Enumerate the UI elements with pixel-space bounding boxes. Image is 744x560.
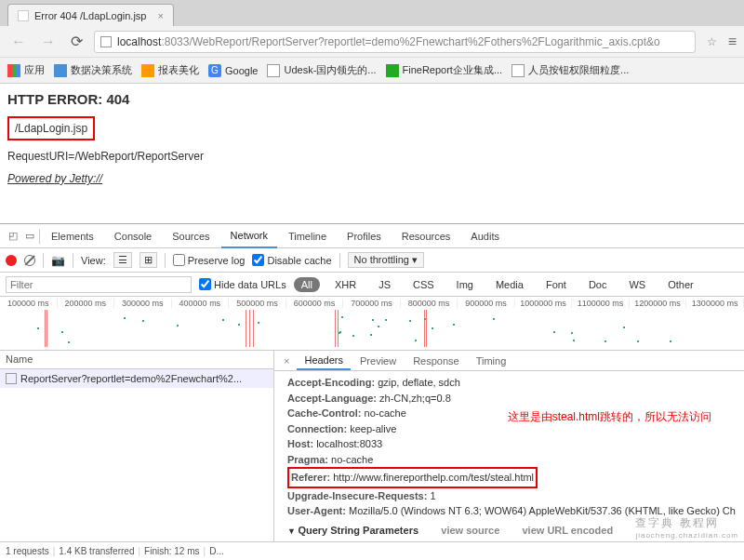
network-toolbar: 📷 View: ☰ ⊞ Preserve log Disable cache N… (0, 248, 744, 273)
status-finish: Finish: 12 ms (144, 546, 199, 556)
query-params-section[interactable]: Query String Parameters view source view… (287, 523, 731, 539)
filter-css[interactable]: CSS (405, 277, 442, 292)
request-uri-line: RequestURI=/WebReport/ReportServer (7, 150, 737, 163)
new-tab-button[interactable] (174, 19, 189, 26)
preserve-log-checkbox[interactable]: Preserve log (173, 254, 246, 266)
view-large-button[interactable]: ⊞ (140, 252, 157, 268)
view-list-button[interactable]: ☰ (113, 252, 132, 268)
filter-doc[interactable]: Doc (581, 277, 615, 292)
status-bar: 1 requests | 1.4 KB transferred | Finish… (0, 541, 744, 560)
capture-icon[interactable]: 📷 (51, 254, 65, 267)
status-requests: 1 requests (6, 546, 49, 556)
browser-tab-bar: Error 404 /LdapLogin.jsp × (0, 0, 744, 26)
filter-media[interactable]: Media (488, 277, 531, 292)
reload-button[interactable]: ⟳ (67, 31, 86, 52)
bookmarks-bar: 应用 数据决策系统 报表美化 GGoogle Udesk-国内领先的... Fi… (0, 58, 744, 84)
tab-response[interactable]: Response (405, 353, 467, 369)
error-heading: HTTP ERROR: 404 (7, 91, 737, 107)
browser-tab[interactable]: Error 404 /LdapLogin.jsp × (7, 4, 174, 26)
tab-console[interactable]: Console (105, 225, 161, 247)
request-detail: × Headers Preview Response Timing 这里是由st… (274, 351, 744, 541)
throttling-select[interactable]: No throttling ▾ (348, 252, 424, 268)
filter-other[interactable]: Other (660, 277, 701, 292)
bookmark-item[interactable]: 报表美化 (141, 63, 199, 77)
view-label: View: (81, 255, 106, 266)
bookmark-item[interactable]: Udesk-国内领先的... (267, 63, 376, 77)
tab-headers[interactable]: Headers (297, 352, 351, 370)
tab-profiles[interactable]: Profiles (338, 225, 391, 247)
bookmark-icon: G (208, 64, 221, 77)
favicon-icon (18, 10, 29, 21)
close-tab-icon[interactable]: × (157, 10, 163, 21)
error-path-highlight: /LdapLogin.jsp (7, 116, 95, 140)
url-host: localhost (117, 35, 161, 48)
url-path: :8033/WebReport/ReportServer?reportlet=d… (161, 35, 659, 48)
clear-button[interactable] (24, 255, 35, 266)
filter-xhr[interactable]: XHR (327, 277, 364, 292)
request-name: ReportServer?reportlet=demo%2Fnewchart%2… (20, 373, 242, 384)
bookmark-icon (512, 64, 525, 77)
view-source-link[interactable]: view source (441, 525, 499, 536)
request-list: Name ReportServer?reportlet=demo%2Fnewch… (0, 351, 274, 541)
bookmark-item[interactable]: 数据决策系统 (54, 63, 132, 77)
bookmark-icon (54, 64, 67, 77)
filter-font[interactable]: Font (538, 277, 574, 292)
page-content: HTTP ERROR: 404 /LdapLogin.jsp RequestUR… (0, 84, 744, 193)
referer-highlight: Referer: http://www.finereporthelp.com/t… (287, 467, 538, 488)
apps-button[interactable]: 应用 (7, 63, 45, 77)
filter-img[interactable]: Img (449, 277, 481, 292)
address-bar: ← → ⟳ localhost:8033/WebReport/ReportSer… (0, 26, 744, 58)
tab-preview[interactable]: Preview (352, 353, 404, 369)
page-icon (100, 36, 112, 47)
annotation-text: 这里是由steal.html跳转的，所以无法访问 (508, 408, 711, 425)
bookmark-item[interactable]: GGoogle (208, 64, 258, 77)
bookmark-star-icon[interactable]: ☆ (703, 35, 721, 48)
status-transferred: 1.4 KB transferred (59, 546, 134, 556)
bookmark-item[interactable]: FineReport企业集成... (386, 63, 503, 77)
separator (39, 229, 40, 244)
tab-resources[interactable]: Resources (392, 225, 460, 247)
view-url-encoded-link[interactable]: view URL encoded (523, 525, 614, 536)
headers-panel: 这里是由steal.html跳转的，所以无法访问 Accept-Encoding… (274, 371, 744, 541)
chrome-menu-icon[interactable]: ≡ (728, 33, 737, 50)
powered-by-link[interactable]: Powered by Jetty:// (7, 172, 737, 185)
status-dom: D... (209, 546, 224, 556)
bookmark-item[interactable]: 人员按钮权限细粒度... (512, 63, 629, 77)
filter-input[interactable] (6, 276, 192, 293)
tab-audits[interactable]: Audits (461, 225, 509, 247)
apps-icon (7, 64, 20, 77)
filter-bar: Hide data URLs All XHR JS CSS Img Media … (0, 273, 744, 297)
filter-js[interactable]: JS (371, 277, 398, 292)
inspect-icon[interactable]: ◰ (6, 229, 20, 244)
tab-timeline[interactable]: Timeline (279, 225, 336, 247)
bookmark-icon (141, 64, 154, 77)
request-row[interactable]: ReportServer?reportlet=demo%2Fnewchart%2… (0, 369, 273, 388)
file-icon (6, 373, 17, 384)
devtools-tabs: ◰ ▭ Elements Console Sources Network Tim… (0, 224, 744, 248)
filter-ws[interactable]: WS (621, 277, 653, 292)
back-button[interactable]: ← (7, 32, 30, 52)
close-detail-icon[interactable]: × (278, 355, 295, 367)
device-icon[interactable]: ▭ (22, 229, 37, 244)
timeline-overview[interactable]: 100000 ms200000 ms300000 ms400000 ms5000… (0, 297, 744, 351)
hide-data-urls-checkbox[interactable]: Hide data URLs (199, 278, 286, 290)
tab-title: Error 404 /LdapLogin.jsp (34, 10, 146, 21)
record-button[interactable] (6, 255, 17, 266)
bookmark-icon (267, 64, 280, 77)
tab-elements[interactable]: Elements (42, 225, 103, 247)
detail-tabs: × Headers Preview Response Timing (274, 351, 744, 371)
tab-timing[interactable]: Timing (469, 353, 514, 369)
disable-cache-checkbox[interactable]: Disable cache (252, 254, 331, 266)
tab-sources[interactable]: Sources (163, 225, 219, 247)
network-main: Name ReportServer?reportlet=demo%2Fnewch… (0, 351, 744, 541)
forward-button[interactable]: → (37, 32, 60, 52)
filter-all[interactable]: All (294, 277, 320, 292)
name-column-header[interactable]: Name (0, 351, 273, 369)
bookmark-icon (386, 64, 399, 77)
tab-network[interactable]: Network (221, 224, 277, 248)
url-input[interactable]: localhost:8033/WebReport/ReportServer?re… (94, 31, 696, 53)
devtools-panel: ◰ ▭ Elements Console Sources Network Tim… (0, 223, 744, 560)
